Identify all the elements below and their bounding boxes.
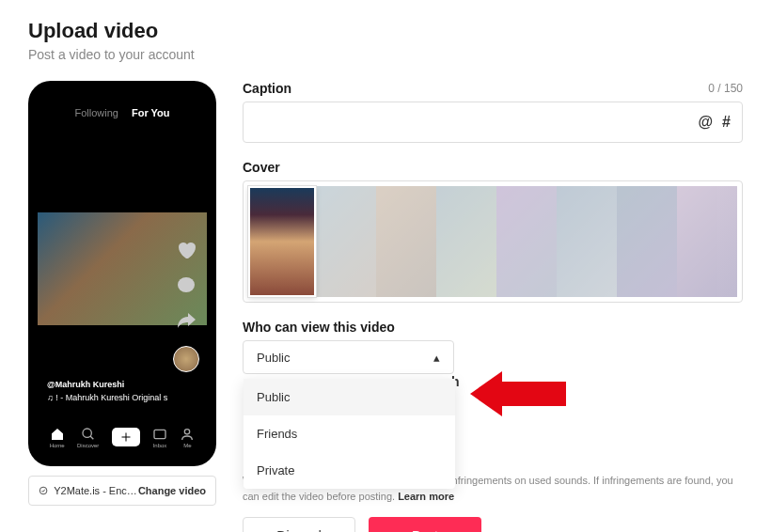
svg-point-1 bbox=[83, 429, 91, 437]
svg-point-3 bbox=[185, 429, 190, 433]
cover-thumb[interactable] bbox=[316, 186, 376, 297]
privacy-dropdown[interactable]: Public ▴ Public Friends Private bbox=[243, 340, 454, 374]
nav-plus bbox=[112, 428, 140, 446]
cover-thumb[interactable] bbox=[436, 186, 496, 297]
cover-selector[interactable] bbox=[243, 180, 743, 303]
mention-button[interactable]: @ bbox=[698, 114, 713, 131]
privacy-option-private[interactable]: Private bbox=[244, 452, 455, 489]
nav-home: Home bbox=[50, 427, 65, 448]
check-circle-icon bbox=[39, 484, 48, 497]
nav-discover: Discover bbox=[77, 427, 99, 448]
cover-thumb[interactable] bbox=[496, 186, 557, 297]
tab-foryou: For You bbox=[132, 107, 170, 118]
learn-more-link[interactable]: Learn more bbox=[398, 491, 454, 502]
preview-username: @Mahrukh Kureshi bbox=[47, 380, 167, 389]
cover-thumb[interactable] bbox=[557, 186, 617, 297]
cover-thumb[interactable] bbox=[677, 186, 737, 297]
nav-me: Me bbox=[180, 427, 195, 448]
file-name: Y2Mate.is - Encanto bu... bbox=[54, 485, 138, 496]
heart-icon bbox=[175, 239, 197, 261]
comment-icon bbox=[175, 274, 197, 297]
post-button[interactable]: Post bbox=[369, 517, 481, 532]
caption-label: Caption bbox=[243, 81, 291, 96]
cover-selected-thumb[interactable] bbox=[248, 186, 316, 297]
privacy-label: Who can view this video bbox=[243, 320, 743, 335]
caption-counter: 0 / 150 bbox=[708, 82, 743, 95]
cover-thumb[interactable] bbox=[376, 186, 436, 297]
annotation-arrow bbox=[470, 371, 566, 416]
privacy-option-friends[interactable]: Friends bbox=[244, 415, 455, 452]
caption-input[interactable]: @ # bbox=[243, 102, 743, 143]
share-icon bbox=[175, 310, 197, 333]
discard-button[interactable]: Discard bbox=[243, 517, 355, 532]
cover-label: Cover bbox=[243, 160, 743, 175]
privacy-menu: Public Friends Private bbox=[244, 379, 455, 489]
change-video-button[interactable]: Change video bbox=[138, 485, 206, 496]
phone-preview: Following For You @ bbox=[28, 81, 216, 466]
cover-thumb[interactable] bbox=[617, 186, 677, 297]
chevron-up-icon: ▴ bbox=[433, 351, 440, 365]
svg-rect-2 bbox=[154, 430, 165, 438]
privacy-option-public[interactable]: Public bbox=[244, 379, 455, 415]
svg-point-4 bbox=[39, 487, 47, 494]
page-title: Upload video bbox=[28, 19, 743, 43]
hashtag-button[interactable]: # bbox=[722, 114, 731, 131]
svg-point-0 bbox=[178, 277, 195, 292]
preview-sound: ♫ ! - Mahrukh Kureshi Original s bbox=[47, 393, 167, 402]
privacy-selected: Public bbox=[257, 351, 290, 365]
page-subtitle: Post a video to your account bbox=[28, 47, 743, 62]
sound-avatar bbox=[173, 346, 199, 372]
nav-inbox: Inbox bbox=[152, 427, 167, 448]
tab-following: Following bbox=[74, 107, 118, 118]
